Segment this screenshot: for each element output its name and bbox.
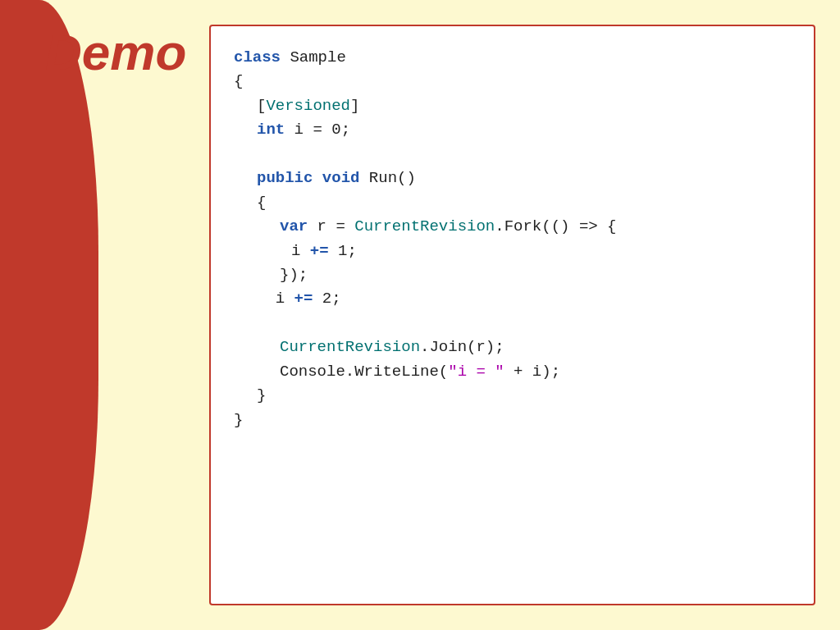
code-line-4: int i = 0; [234, 118, 791, 142]
code-line-3: [Versioned] [234, 94, 791, 118]
blank-line-1 [234, 143, 791, 167]
code-line-6: public void Run() [234, 167, 791, 190]
code-line-11: i += 2; [234, 287, 791, 311]
keyword-var: var [280, 217, 308, 235]
keyword-void: void [322, 169, 360, 187]
class-currentrevision-join: CurrentRevision [280, 338, 420, 356]
code-line-1: class Sample [234, 46, 791, 70]
code-block: class Sample { [Versioned] int i = 0; pu… [234, 46, 791, 432]
code-line-15: } [234, 384, 791, 408]
code-line-10: }); [234, 263, 791, 287]
code-line-2: { [234, 70, 791, 94]
code-line-14: Console.WriteLine("i = " + i); [234, 360, 791, 384]
class-currentrevision-fork: CurrentRevision [354, 217, 495, 235]
string-literal: "i = " [448, 363, 504, 381]
left-decoration [0, 0, 98, 630]
blank-line-2 [234, 312, 791, 336]
code-line-16: } [234, 409, 791, 432]
operator-plus-eq-2: += [294, 290, 313, 308]
code-line-9: i += 1; [234, 240, 791, 263]
page-title: Demo [45, 23, 186, 81]
code-line-7: { [234, 191, 791, 215]
keyword-class: class [234, 48, 281, 66]
code-panel: class Sample { [Versioned] int i = 0; pu… [209, 25, 815, 605]
keyword-int: int [257, 121, 285, 139]
code-line-13: CurrentRevision.Join(r); [234, 336, 791, 359]
code-line-8: var r = CurrentRevision.Fork(() => { [234, 215, 791, 239]
keyword-public: public [257, 169, 313, 187]
operator-plus-eq: += [310, 242, 329, 260]
attribute-versioned: Versioned [266, 97, 350, 115]
